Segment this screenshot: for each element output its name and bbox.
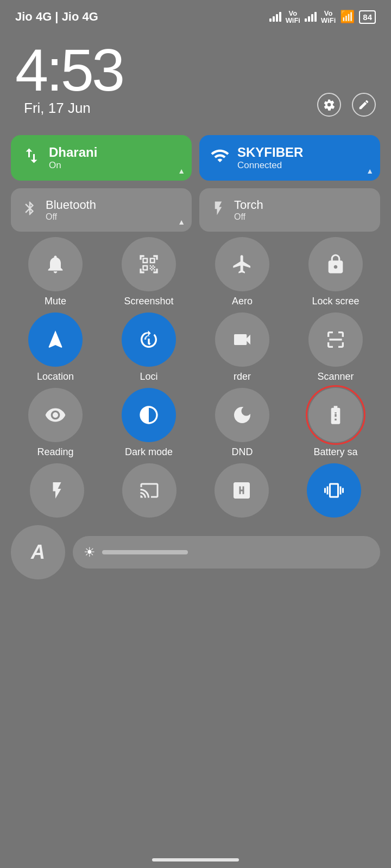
bar4 [279,12,281,22]
flash-item[interactable] [30,463,84,518]
screenshot-label: Screenshot [124,296,173,307]
screen-recorder-button[interactable] [215,312,269,367]
bar3 [276,14,278,22]
nfc-button[interactable] [215,463,269,518]
vo-wifi-2: VoWiFi [321,10,336,24]
screen-recorder-label: rder [234,371,251,382]
torch-tile[interactable]: Torch Off [199,188,380,232]
bar1 [269,18,272,22]
clock-action-icons [317,93,376,117]
screenshot-button[interactable] [122,237,176,291]
signal-1 [269,12,281,22]
wifi-status: Connected [237,160,303,171]
location-label: Location [37,371,74,382]
wifi-tile-text: SKYFIBER Connected [237,145,303,171]
battery-saver-label: Battery sa [313,446,357,458]
bar2 [308,16,310,22]
bar1 [305,18,307,22]
vibrate-button[interactable] [307,463,361,518]
bluetooth-tile[interactable]: Bluetooth Off ▲ [11,188,192,232]
location-button[interactable] [28,312,83,367]
clock-section: 4:53 Fri, 17 Jun [0,29,391,130]
scanner-button[interactable] [308,312,363,367]
torch-label: Torch [234,198,263,212]
wifi-tile[interactable]: SKYFIBER Connected ▲ [199,135,380,181]
clock-time: 4:53 [15,40,123,100]
svg-rect-0 [333,413,338,414]
carrier-text: Jio 4G | Jio 4G [15,10,98,24]
vo-wifi-1: VoWiFi [286,10,300,24]
mobile-data-text: Dharani On [49,145,97,171]
bar3 [311,14,313,22]
vibrate-item[interactable] [307,463,361,518]
home-indicator[interactable] [152,858,239,861]
mobile-data-status: On [49,160,97,171]
torch-text: Torch Off [234,198,263,222]
font-icon: A [31,541,45,564]
wifi-arrow: ▲ [366,167,374,175]
wifi-name: SKYFIBER [237,145,303,160]
scanner-label: Scanner [317,371,354,382]
bottom-action-row [0,463,391,518]
brightness-row: A ☀ [0,525,391,579]
aero-mode-button[interactable] [215,237,269,291]
bluetooth-label: Bluetooth [46,198,96,212]
settings-icon[interactable] [317,93,341,117]
lock-screen-button[interactable] [308,237,363,291]
mobile-data-tile[interactable]: Dharani On ▲ [11,135,192,181]
dark-mode-button[interactable] [122,388,176,442]
lock-rotation-button[interactable] [122,312,176,367]
round-row-3: Reading Dark mode DND [11,388,380,458]
nfc-item[interactable] [215,463,269,518]
dnd-button[interactable] [215,388,269,442]
reading-mode-label: Reading [37,446,73,458]
brightness-slider[interactable]: ☀ [73,536,380,569]
cast-button[interactable] [122,463,176,518]
torch-icon [210,200,226,220]
mute-item[interactable]: Mute [23,237,88,307]
dark-mode-item[interactable]: Dark mode [116,388,181,458]
dnd-item[interactable]: DND [210,388,275,458]
flash-button[interactable] [30,463,84,518]
battery-saver-button[interactable] [308,388,363,442]
mobile-data-name: Dharani [49,145,97,160]
mute-button[interactable] [28,237,83,291]
lock-rotation-item[interactable]: Loci [116,312,181,382]
edit-icon[interactable] [352,93,376,117]
cast-item[interactable] [122,463,176,518]
aero-mode-item[interactable]: Aero [210,237,275,307]
off-tiles-row: Bluetooth Off ▲ Torch Off [11,188,380,232]
bar2 [273,16,275,22]
bluetooth-icon [22,200,38,220]
screenshot-item[interactable]: Screenshot [116,237,181,307]
bluetooth-text: Bluetooth Off [46,198,96,222]
lock-screen-label: Lock scree [312,296,359,307]
location-item[interactable]: Location [23,312,88,382]
battery-indicator: 84 [359,10,376,24]
torch-status: Off [234,212,263,222]
bluetooth-status: Off [46,212,96,222]
screen-recorder-item[interactable]: rder [210,312,275,382]
status-icons: VoWiFi VoWiFi 📶 84 [269,10,376,24]
bar4 [314,12,317,22]
font-size-button[interactable]: A [11,525,65,579]
brightness-fill [102,550,188,554]
reading-mode-item[interactable]: Reading [23,388,88,458]
round-row-2: Location Loci rder [11,312,380,382]
mobile-data-icon [22,146,41,170]
scanner-item[interactable]: Scanner [303,312,368,382]
dnd-label: DND [232,446,253,458]
wifi-icon: 📶 [340,10,355,24]
quick-settings-tiles: Dharani On ▲ SKYFIBER Connected ▲ [0,130,391,237]
aero-mode-label: Aero [232,296,253,307]
dark-mode-label: Dark mode [125,446,173,458]
lock-screen-item[interactable]: Lock scree [303,237,368,307]
status-bar: Jio 4G | Jio 4G VoWiFi VoWiFi 📶 84 [0,0,391,29]
battery-level: 84 [363,12,372,22]
clock-display: 4:53 Fri, 17 Jun [15,40,123,124]
reading-mode-button[interactable] [28,388,83,442]
round-buttons-grid: Mute Screenshot Aero Lo [0,237,391,458]
battery-saver-item[interactable]: Battery sa [303,388,368,458]
round-row-1: Mute Screenshot Aero Lo [11,237,380,307]
mute-label: Mute [45,296,66,307]
